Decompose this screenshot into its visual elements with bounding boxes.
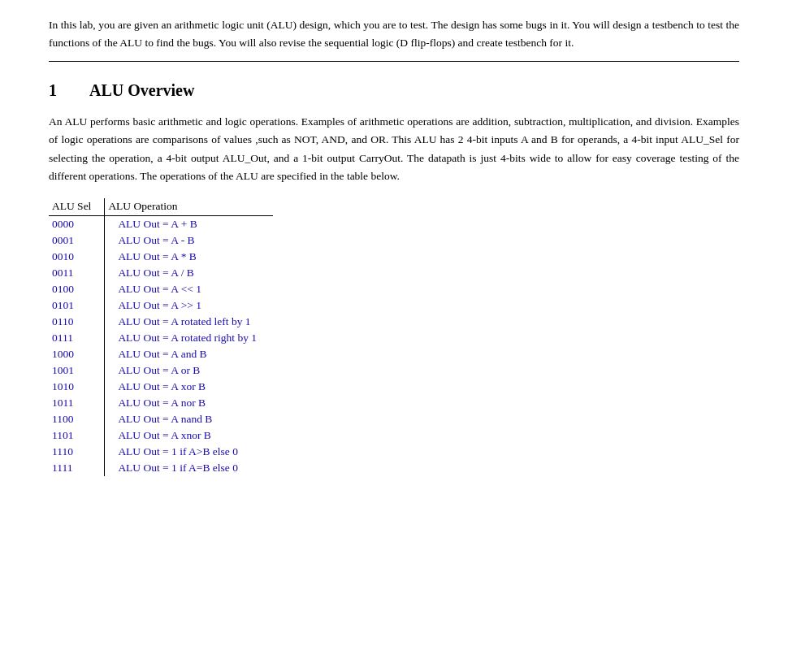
op-cell: ALU Out = A xnor B bbox=[105, 427, 273, 444]
table-row: 0101ALU Out = A >> 1 bbox=[49, 297, 273, 314]
section-number: 1 bbox=[49, 81, 73, 100]
table-row: 0110ALU Out = A rotated left by 1 bbox=[49, 314, 273, 330]
sel-cell: 1111 bbox=[49, 460, 105, 476]
op-cell: ALU Out = A and B bbox=[105, 346, 273, 362]
op-cell: ALU Out = A nor B bbox=[105, 395, 273, 411]
col-sel-header: ALU Sel bbox=[49, 198, 105, 216]
op-cell: ALU Out = 1 if A>B else 0 bbox=[105, 444, 273, 460]
table-row: 1111ALU Out = 1 if A=B else 0 bbox=[49, 460, 273, 476]
table-row: 1100ALU Out = A nand B bbox=[49, 411, 273, 427]
table-row: 1011ALU Out = A nor B bbox=[49, 395, 273, 411]
col-op-header: ALU Operation bbox=[105, 198, 273, 216]
sel-cell: 0100 bbox=[49, 281, 105, 297]
section-title: ALU Overview bbox=[89, 81, 194, 100]
sel-cell: 1001 bbox=[49, 362, 105, 379]
table-row: 0100ALU Out = A << 1 bbox=[49, 281, 273, 297]
op-cell: ALU Out = A rotated right by 1 bbox=[105, 330, 273, 346]
op-cell: ALU Out = A / B bbox=[105, 265, 273, 281]
op-cell: ALU Out = A xor B bbox=[105, 379, 273, 395]
table-header-row: ALU Sel ALU Operation bbox=[49, 198, 273, 216]
sel-cell: 0111 bbox=[49, 330, 105, 346]
sel-cell: 0101 bbox=[49, 297, 105, 314]
op-cell: ALU Out = A or B bbox=[105, 362, 273, 379]
alu-operations-table: ALU Sel ALU Operation 0000ALU Out = A + … bbox=[49, 198, 273, 476]
op-cell: ALU Out = A rotated left by 1 bbox=[105, 314, 273, 330]
op-cell: ALU Out = 1 if A=B else 0 bbox=[105, 460, 273, 476]
table-row: 0001ALU Out = A - B bbox=[49, 232, 273, 249]
table-row: 0111ALU Out = A rotated right by 1 bbox=[49, 330, 273, 346]
section-1-heading: 1 ALU Overview bbox=[49, 81, 739, 100]
sel-cell: 0110 bbox=[49, 314, 105, 330]
sel-cell: 1100 bbox=[49, 411, 105, 427]
op-cell: ALU Out = A * B bbox=[105, 249, 273, 265]
intro-paragraph: In this lab, you are given an arithmetic… bbox=[49, 16, 739, 51]
sel-cell: 0010 bbox=[49, 249, 105, 265]
table-row: 1010ALU Out = A xor B bbox=[49, 379, 273, 395]
op-cell: ALU Out = A nand B bbox=[105, 411, 273, 427]
table-row: 1110ALU Out = 1 if A>B else 0 bbox=[49, 444, 273, 460]
op-cell: ALU Out = A << 1 bbox=[105, 281, 273, 297]
sel-cell: 1101 bbox=[49, 427, 105, 444]
section-divider bbox=[49, 61, 739, 62]
table-row: 0011ALU Out = A / B bbox=[49, 265, 273, 281]
sel-cell: 1010 bbox=[49, 379, 105, 395]
table-row: 1001ALU Out = A or B bbox=[49, 362, 273, 379]
table-row: 0000ALU Out = A + B bbox=[49, 216, 273, 233]
op-cell: ALU Out = A + B bbox=[105, 216, 273, 233]
sel-cell: 1011 bbox=[49, 395, 105, 411]
sel-cell: 0001 bbox=[49, 232, 105, 249]
sel-cell: 1110 bbox=[49, 444, 105, 460]
op-cell: ALU Out = A - B bbox=[105, 232, 273, 249]
section-1-body: An ALU performs basic arithmetic and log… bbox=[49, 113, 739, 185]
sel-cell: 1000 bbox=[49, 346, 105, 362]
table-row: 1000ALU Out = A and B bbox=[49, 346, 273, 362]
table-row: 1101ALU Out = A xnor B bbox=[49, 427, 273, 444]
table-row: 0010ALU Out = A * B bbox=[49, 249, 273, 265]
sel-cell: 0000 bbox=[49, 216, 105, 233]
op-cell: ALU Out = A >> 1 bbox=[105, 297, 273, 314]
sel-cell: 0011 bbox=[49, 265, 105, 281]
